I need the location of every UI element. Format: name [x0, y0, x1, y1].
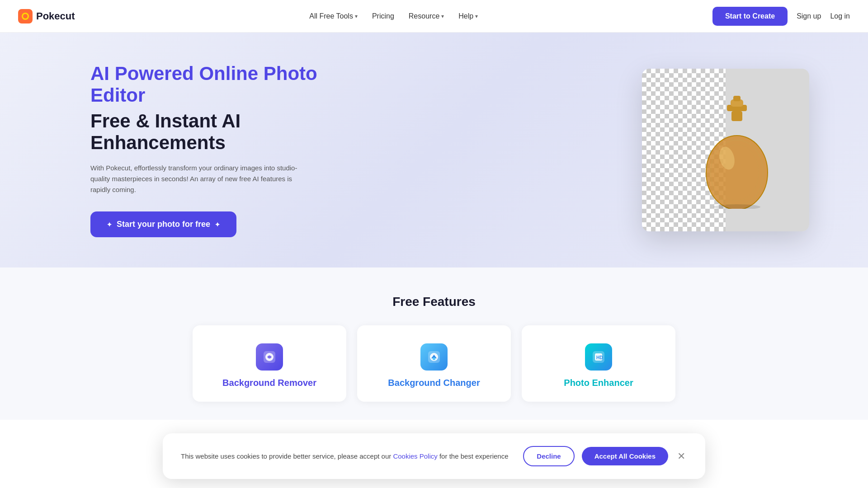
hero-section: AI Powered Online Photo Editor Free & In… [0, 33, 868, 267]
logo-text: Pokecut [36, 10, 75, 22]
hero-title-colored: AI Powered Online Photo Editor [90, 63, 326, 107]
log-in-link[interactable]: Log in [830, 12, 850, 20]
svg-point-12 [713, 204, 760, 209]
svg-point-2 [23, 14, 28, 19]
navigation: Pokecut All Free Tools ▾ Pricing Resourc… [0, 0, 868, 33]
bg-changer-label: Background Changer [388, 378, 480, 388]
feature-card-photo-enhancer[interactable]: HD Photo Enhancer [522, 325, 675, 402]
sparkle-icon-right: ✦ [215, 221, 220, 228]
chevron-down-icon: ▾ [475, 13, 478, 19]
sparkle-icon-left: ✦ [107, 221, 112, 228]
hero-cta-button[interactable]: ✦ Start your photo for free ✦ [90, 211, 236, 237]
photo-enhancer-icon: HD [585, 343, 612, 371]
hero-title-dark: Free & Instant AI Enhancements [90, 110, 326, 154]
nav-right: Start to Create Sign up Log in [712, 7, 850, 26]
nav-all-free-tools[interactable]: All Free Tools ▾ [309, 12, 358, 20]
nav-resource[interactable]: Resource ▾ [409, 12, 444, 20]
hero-description: With Pokecut, effortlessly transform you… [90, 163, 298, 195]
sign-up-link[interactable]: Sign up [797, 12, 821, 20]
bg-changer-icon [420, 343, 448, 371]
logo[interactable]: Pokecut [18, 9, 75, 23]
perfume-bottle-image [692, 91, 782, 209]
bg-remover-label: Background Remover [222, 378, 316, 388]
photo-enhancer-label: Photo Enhancer [564, 378, 633, 388]
hero-content: AI Powered Online Photo Editor Free & In… [90, 63, 326, 237]
svg-text:HD: HD [596, 355, 603, 360]
features-section: Free Features Background Remover [0, 267, 868, 420]
feature-card-bg-remover[interactable]: Background Remover [193, 325, 346, 402]
features-grid: Background Remover Background Changer HD [18, 325, 850, 402]
svg-rect-6 [731, 111, 742, 121]
nav-help[interactable]: Help ▾ [458, 12, 478, 20]
svg-rect-5 [733, 96, 741, 101]
hero-image [642, 69, 809, 231]
svg-point-17 [433, 357, 435, 360]
nav-pricing[interactable]: Pricing [372, 12, 394, 20]
features-title: Free Features [18, 295, 850, 309]
nav-center: All Free Tools ▾ Pricing Resource ▾ Help… [309, 12, 478, 20]
chevron-down-icon: ▾ [441, 13, 444, 19]
feature-card-bg-changer[interactable]: Background Changer [357, 325, 511, 402]
start-to-create-button[interactable]: Start to Create [712, 7, 788, 26]
bg-remover-icon [256, 343, 283, 371]
chevron-down-icon: ▾ [355, 13, 358, 19]
hero-image-area [642, 69, 814, 231]
